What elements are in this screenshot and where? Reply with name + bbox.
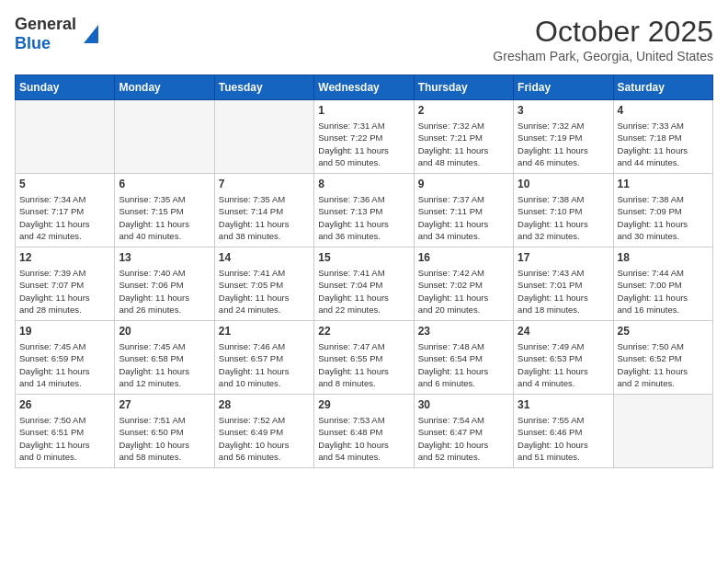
day-number: 2 xyxy=(418,104,509,117)
day-info: Sunrise: 7:45 AM Sunset: 6:58 PM Dayligh… xyxy=(119,340,210,389)
calendar-cell: 7Sunrise: 7:35 AM Sunset: 7:14 PM Daylig… xyxy=(214,174,313,247)
day-info: Sunrise: 7:31 AM Sunset: 7:22 PM Dayligh… xyxy=(318,120,409,168)
day-number: 5 xyxy=(19,178,110,190)
calendar-cell: 21Sunrise: 7:46 AM Sunset: 6:57 PM Dayli… xyxy=(214,321,313,395)
calendar-cell: 3Sunrise: 7:32 AM Sunset: 7:19 PM Daylig… xyxy=(514,100,613,174)
day-number: 18 xyxy=(618,251,709,264)
calendar-cell: 5Sunrise: 7:34 AM Sunset: 7:17 PM Daylig… xyxy=(16,174,115,247)
day-number: 21 xyxy=(219,325,310,338)
calendar-cell xyxy=(214,100,313,174)
day-number: 20 xyxy=(119,325,210,338)
day-info: Sunrise: 7:32 AM Sunset: 7:19 PM Dayligh… xyxy=(518,120,609,168)
calendar-cell: 13Sunrise: 7:40 AM Sunset: 7:06 PM Dayli… xyxy=(115,247,214,321)
day-number: 19 xyxy=(19,325,110,338)
day-info: Sunrise: 7:41 AM Sunset: 7:05 PM Dayligh… xyxy=(219,267,310,316)
day-info: Sunrise: 7:33 AM Sunset: 7:18 PM Dayligh… xyxy=(618,120,709,168)
calendar-cell: 2Sunrise: 7:32 AM Sunset: 7:21 PM Daylig… xyxy=(414,100,513,174)
weekday-header-thursday: Thursday xyxy=(414,75,513,100)
day-number: 30 xyxy=(418,398,509,411)
day-info: Sunrise: 7:39 AM Sunset: 7:07 PM Dayligh… xyxy=(19,267,110,316)
calendar-cell: 18Sunrise: 7:44 AM Sunset: 7:00 PM Dayli… xyxy=(613,247,712,321)
day-info: Sunrise: 7:38 AM Sunset: 7:10 PM Dayligh… xyxy=(518,193,609,242)
calendar-table: SundayMondayTuesdayWednesdayThursdayFrid… xyxy=(15,75,713,468)
day-info: Sunrise: 7:35 AM Sunset: 7:15 PM Dayligh… xyxy=(119,193,210,242)
page-header: General Blue October 2025 Gresham Park, … xyxy=(15,15,713,63)
weekday-header-tuesday: Tuesday xyxy=(214,75,313,100)
day-info: Sunrise: 7:49 AM Sunset: 6:53 PM Dayligh… xyxy=(518,340,609,389)
calendar-cell: 10Sunrise: 7:38 AM Sunset: 7:10 PM Dayli… xyxy=(514,174,613,247)
month-title: October 2025 xyxy=(493,15,713,49)
location-subtitle: Gresham Park, Georgia, United States xyxy=(493,49,713,63)
calendar-cell xyxy=(613,395,712,468)
day-info: Sunrise: 7:35 AM Sunset: 7:14 PM Dayligh… xyxy=(219,193,310,242)
day-info: Sunrise: 7:45 AM Sunset: 6:59 PM Dayligh… xyxy=(19,340,110,389)
day-info: Sunrise: 7:53 AM Sunset: 6:48 PM Dayligh… xyxy=(318,414,409,463)
day-info: Sunrise: 7:54 AM Sunset: 6:47 PM Dayligh… xyxy=(418,414,509,463)
day-info: Sunrise: 7:40 AM Sunset: 7:06 PM Dayligh… xyxy=(119,267,210,316)
day-number: 27 xyxy=(119,398,210,411)
calendar-week-row-1: 1Sunrise: 7:31 AM Sunset: 7:22 PM Daylig… xyxy=(16,100,713,174)
calendar-cell: 16Sunrise: 7:42 AM Sunset: 7:02 PM Dayli… xyxy=(414,247,513,321)
calendar-cell: 12Sunrise: 7:39 AM Sunset: 7:07 PM Dayli… xyxy=(16,247,115,321)
calendar-header-row: SundayMondayTuesdayWednesdayThursdayFrid… xyxy=(16,75,713,100)
title-area: October 2025 Gresham Park, Georgia, Unit… xyxy=(493,15,713,63)
day-number: 13 xyxy=(119,251,210,264)
day-info: Sunrise: 7:38 AM Sunset: 7:09 PM Dayligh… xyxy=(618,193,709,242)
logo-blue: Blue xyxy=(15,34,51,53)
calendar-cell: 23Sunrise: 7:48 AM Sunset: 6:54 PM Dayli… xyxy=(414,321,513,395)
weekday-header-friday: Friday xyxy=(514,75,613,100)
day-info: Sunrise: 7:41 AM Sunset: 7:04 PM Dayligh… xyxy=(318,267,409,316)
svg-marker-0 xyxy=(84,25,98,43)
day-info: Sunrise: 7:34 AM Sunset: 7:17 PM Dayligh… xyxy=(19,193,110,242)
day-number: 14 xyxy=(219,251,310,264)
day-info: Sunrise: 7:47 AM Sunset: 6:55 PM Dayligh… xyxy=(318,340,409,389)
weekday-header-monday: Monday xyxy=(115,75,214,100)
day-number: 29 xyxy=(318,398,409,411)
day-info: Sunrise: 7:43 AM Sunset: 7:01 PM Dayligh… xyxy=(518,267,609,316)
day-number: 23 xyxy=(418,325,509,338)
logo-general: General xyxy=(15,15,76,34)
calendar-cell: 9Sunrise: 7:37 AM Sunset: 7:11 PM Daylig… xyxy=(414,174,513,247)
day-number: 1 xyxy=(318,104,409,117)
calendar-cell: 14Sunrise: 7:41 AM Sunset: 7:05 PM Dayli… xyxy=(214,247,313,321)
day-number: 7 xyxy=(219,178,310,190)
day-info: Sunrise: 7:50 AM Sunset: 6:52 PM Dayligh… xyxy=(618,340,709,389)
logo-triangle-icon xyxy=(84,25,98,43)
day-info: Sunrise: 7:44 AM Sunset: 7:00 PM Dayligh… xyxy=(618,267,709,316)
day-number: 9 xyxy=(418,178,509,190)
day-number: 6 xyxy=(119,178,210,190)
weekday-header-saturday: Saturday xyxy=(613,75,712,100)
day-info: Sunrise: 7:36 AM Sunset: 7:13 PM Dayligh… xyxy=(318,193,409,242)
day-number: 11 xyxy=(618,178,709,190)
day-number: 28 xyxy=(219,398,310,411)
calendar-cell: 22Sunrise: 7:47 AM Sunset: 6:55 PM Dayli… xyxy=(314,321,414,395)
day-info: Sunrise: 7:52 AM Sunset: 6:49 PM Dayligh… xyxy=(219,414,310,463)
day-number: 22 xyxy=(318,325,409,338)
calendar-cell: 1Sunrise: 7:31 AM Sunset: 7:22 PM Daylig… xyxy=(314,100,414,174)
logo: General Blue xyxy=(15,15,84,53)
calendar-cell: 27Sunrise: 7:51 AM Sunset: 6:50 PM Dayli… xyxy=(115,395,214,468)
day-number: 12 xyxy=(19,251,110,264)
weekday-header-sunday: Sunday xyxy=(16,75,115,100)
calendar-cell: 11Sunrise: 7:38 AM Sunset: 7:09 PM Dayli… xyxy=(613,174,712,247)
calendar-cell: 25Sunrise: 7:50 AM Sunset: 6:52 PM Dayli… xyxy=(613,321,712,395)
day-info: Sunrise: 7:48 AM Sunset: 6:54 PM Dayligh… xyxy=(418,340,509,389)
weekday-header-wednesday: Wednesday xyxy=(314,75,414,100)
calendar-cell: 26Sunrise: 7:50 AM Sunset: 6:51 PM Dayli… xyxy=(16,395,115,468)
calendar-cell: 28Sunrise: 7:52 AM Sunset: 6:49 PM Dayli… xyxy=(214,395,313,468)
day-number: 8 xyxy=(318,178,409,190)
day-info: Sunrise: 7:46 AM Sunset: 6:57 PM Dayligh… xyxy=(219,340,310,389)
calendar-cell xyxy=(115,100,214,174)
calendar-cell: 31Sunrise: 7:55 AM Sunset: 6:46 PM Dayli… xyxy=(514,395,613,468)
day-number: 25 xyxy=(618,325,709,338)
day-number: 31 xyxy=(518,398,609,411)
calendar-cell: 4Sunrise: 7:33 AM Sunset: 7:18 PM Daylig… xyxy=(613,100,712,174)
day-info: Sunrise: 7:55 AM Sunset: 6:46 PM Dayligh… xyxy=(518,414,609,463)
calendar-week-row-2: 5Sunrise: 7:34 AM Sunset: 7:17 PM Daylig… xyxy=(16,174,713,247)
day-number: 17 xyxy=(518,251,609,264)
day-info: Sunrise: 7:50 AM Sunset: 6:51 PM Dayligh… xyxy=(19,414,110,463)
day-number: 15 xyxy=(318,251,409,264)
day-number: 3 xyxy=(518,104,609,117)
calendar-cell: 20Sunrise: 7:45 AM Sunset: 6:58 PM Dayli… xyxy=(115,321,214,395)
calendar-cell: 19Sunrise: 7:45 AM Sunset: 6:59 PM Dayli… xyxy=(16,321,115,395)
